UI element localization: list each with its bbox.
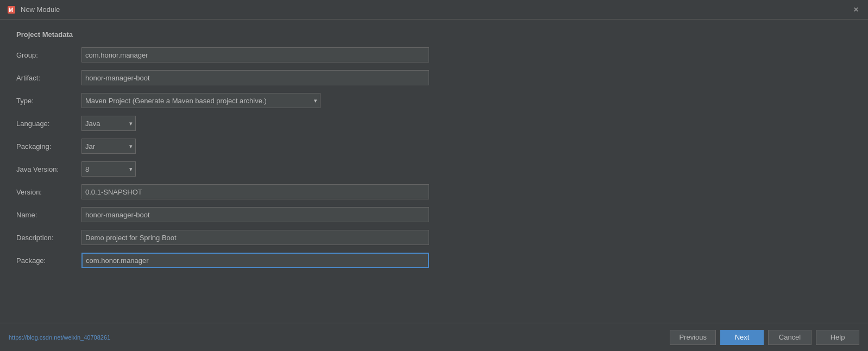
group-input[interactable] — [81, 47, 429, 62]
description-row: Description: — [16, 230, 852, 245]
svg-text:M: M — [9, 7, 13, 13]
description-label: Description: — [16, 234, 81, 242]
artifact-label: Artifact: — [16, 74, 81, 82]
package-row: Package: — [16, 253, 852, 268]
language-select[interactable]: Java Kotlin Groovy — [81, 116, 136, 131]
java-version-select[interactable]: 8 11 17 — [81, 161, 136, 177]
language-row: Language: Java Kotlin Groovy — [16, 116, 852, 131]
title-bar-left: M New Module — [7, 5, 60, 15]
artifact-input[interactable] — [81, 70, 429, 85]
dialog-title: New Module — [21, 5, 60, 14]
java-version-label: Java Version: — [16, 165, 81, 173]
dialog-footer: https://blog.csdn.net/weixin_40708261 Pr… — [0, 323, 868, 351]
help-button[interactable]: Help — [816, 330, 859, 345]
previous-button[interactable]: Previous — [670, 330, 716, 345]
type-row: Type: Maven Project (Generate a Maven ba… — [16, 93, 852, 108]
java-version-select-wrapper: 8 11 17 — [81, 161, 136, 177]
package-input[interactable] — [81, 253, 429, 268]
footer-url[interactable]: https://blog.csdn.net/weixin_40708261 — [9, 334, 665, 341]
group-label: Group: — [16, 51, 81, 59]
packaging-select-wrapper: Jar War — [81, 139, 136, 154]
packaging-row: Packaging: Jar War — [16, 139, 852, 154]
artifact-row: Artifact: — [16, 70, 852, 85]
close-button[interactable]: × — [851, 4, 861, 15]
type-select-wrapper: Maven Project (Generate a Maven based pr… — [81, 93, 320, 108]
module-icon: M — [7, 5, 16, 15]
version-label: Version: — [16, 188, 81, 196]
cancel-button[interactable]: Cancel — [768, 330, 812, 345]
packaging-select[interactable]: Jar War — [81, 139, 136, 154]
description-input[interactable] — [81, 230, 429, 245]
group-row: Group: — [16, 47, 852, 62]
name-input[interactable] — [81, 207, 429, 222]
version-input[interactable] — [81, 184, 429, 199]
type-select[interactable]: Maven Project (Generate a Maven based pr… — [81, 93, 320, 108]
dialog-content: Project Metadata Group: Artifact: Type: … — [0, 20, 868, 323]
language-select-wrapper: Java Kotlin Groovy — [81, 116, 136, 131]
language-label: Language: — [16, 120, 81, 128]
name-label: Name: — [16, 211, 81, 219]
new-module-dialog: M New Module × Project Metadata Group: A… — [0, 0, 868, 351]
name-row: Name: — [16, 207, 852, 222]
title-bar: M New Module × — [0, 0, 868, 20]
package-label: Package: — [16, 256, 81, 265]
section-title: Project Metadata — [16, 30, 852, 39]
packaging-label: Packaging: — [16, 142, 81, 151]
next-button[interactable]: Next — [720, 330, 764, 345]
type-label: Type: — [16, 97, 81, 105]
version-row: Version: — [16, 184, 852, 199]
java-version-row: Java Version: 8 11 17 — [16, 161, 852, 177]
